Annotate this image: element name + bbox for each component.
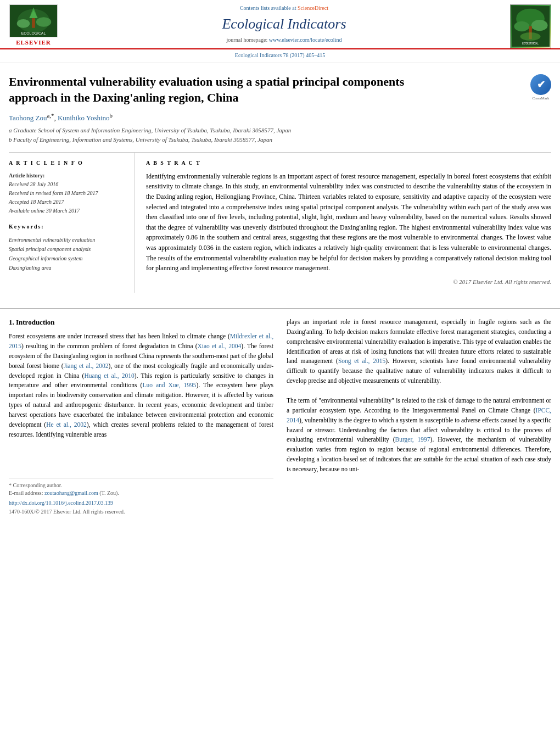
cite-he[interactable]: He et al., 2002 bbox=[46, 421, 87, 428]
copyright-line: © 2017 Elsevier Ltd. All rights reserved… bbox=[146, 278, 551, 286]
cite-ipcc[interactable]: IPCC, 2014 bbox=[287, 407, 551, 423]
footnote-section: * Corresponding author. E-mail address: … bbox=[9, 478, 273, 497]
crossmark-icon: ✔ bbox=[530, 74, 551, 95]
article-history: Article history: Received 28 July 2016 R… bbox=[9, 171, 126, 215]
cite-jiang[interactable]: Jiang et al., 2002 bbox=[64, 362, 109, 369]
affiliations: a Graduate School of System and Informat… bbox=[9, 126, 551, 144]
authors-line: Taohong Zoua,*, Kunihiko Yoshinob bbox=[9, 111, 551, 124]
svg-text:ECOLOGICAL: ECOLOGICAL bbox=[21, 31, 46, 35]
keyword-2: Spatial principal component analysis bbox=[9, 244, 126, 254]
svg-point-5 bbox=[17, 19, 30, 28]
elsevier-logo-image: ECOLOGICAL bbox=[9, 4, 58, 37]
svg-point-10 bbox=[514, 21, 529, 32]
author-zou[interactable]: Taohong Zou bbox=[9, 114, 47, 122]
cite-luo[interactable]: Luo and Xue, 1995 bbox=[142, 382, 196, 388]
contents-available: Contents lists available at ScienceDirec… bbox=[240, 4, 328, 12]
keywords-section: Keywords: Environmental vulnerability ev… bbox=[9, 223, 126, 272]
volume-info: Ecological Indicators 78 (2017) 405–415 bbox=[0, 49, 560, 63]
abstract-text: Identifying environmentally vulnerable r… bbox=[146, 171, 551, 274]
affiliation-a: a Graduate School of System and Informat… bbox=[9, 126, 551, 135]
journal-cover-image: ECOLOGICAL INDICATORS bbox=[510, 4, 551, 48]
abstract-section: A B S T R A C T Identifying environmenta… bbox=[135, 153, 551, 293]
issn-line: 1470-160X/© 2017 Elsevier Ltd. All right… bbox=[9, 508, 273, 516]
intro-paragraph-1: Forest ecosystems are under increased st… bbox=[9, 332, 273, 439]
journal-header: ECOLOGICAL ELSEVIER Contents lists avail… bbox=[0, 0, 560, 49]
journal-homepage: journal homepage: www.elsevier.com/locat… bbox=[227, 36, 342, 44]
crossmark-logo: ✔ CrossMark bbox=[530, 74, 551, 95]
keyword-1: Environmental vulnerability evaluation bbox=[9, 235, 126, 244]
article-header: Environmental vulnerability evaluation u… bbox=[0, 63, 560, 298]
affiliation-b: b Faculty of Engineering, Information an… bbox=[9, 136, 551, 144]
svg-point-13 bbox=[520, 32, 541, 41]
elsevier-wordmark: ELSEVIER bbox=[16, 38, 51, 47]
body-right-column: plays an important role in forest resour… bbox=[287, 317, 551, 516]
svg-point-11 bbox=[531, 20, 548, 31]
article-info-left: A R T I C L E I N F O Article history: R… bbox=[9, 153, 135, 293]
doi-link[interactable]: http://dx.doi.org/10.1016/j.ecolind.2017… bbox=[9, 500, 113, 506]
intro-paragraph-2: plays an important role in forest resour… bbox=[287, 317, 551, 386]
abstract-heading: A B S T R A C T bbox=[146, 159, 551, 167]
author-yoshino[interactable]: Kunihiko Yoshino bbox=[58, 114, 110, 122]
article-title: Environmental vulnerability evaluation u… bbox=[9, 74, 421, 105]
cite-burger[interactable]: Burger, 1997 bbox=[395, 436, 430, 443]
svg-rect-4 bbox=[32, 18, 35, 28]
cite-huang[interactable]: Huang et al., 2010 bbox=[84, 372, 134, 379]
intro-heading: 1. Introduction bbox=[9, 317, 273, 327]
elsevier-logo: ECOLOGICAL ELSEVIER bbox=[9, 4, 58, 47]
journal-url[interactable]: www.elsevier.com/locate/ecolind bbox=[269, 37, 342, 43]
corresponding-author-note: * Corresponding author. bbox=[9, 482, 273, 489]
journal-title: Ecological Indicators bbox=[222, 14, 346, 34]
body-left-column: 1. Introduction Forest ecosystems are un… bbox=[9, 317, 273, 516]
cite-song[interactable]: Song et al., 2015 bbox=[338, 358, 385, 364]
intro-paragraph-3: The term of "environmental vulnerability… bbox=[287, 396, 551, 475]
svg-text:INDICATORS: INDICATORS bbox=[524, 42, 537, 44]
svg-point-6 bbox=[36, 17, 51, 27]
body-columns: 1. Introduction Forest ecosystems are un… bbox=[0, 309, 560, 521]
journal-center: Contents lists available at ScienceDirec… bbox=[64, 4, 505, 48]
keyword-4: Daxing'anling area bbox=[9, 263, 126, 272]
email-link[interactable]: zoutaohang@gmail.com bbox=[44, 490, 98, 496]
keyword-3: Geographical information system bbox=[9, 254, 126, 263]
keywords-heading: Keywords: bbox=[9, 223, 126, 231]
sciencedirect-link[interactable]: ScienceDirect bbox=[298, 5, 328, 11]
cite-xiao[interactable]: Xiao et al., 2004 bbox=[197, 343, 241, 349]
doi-line: http://dx.doi.org/10.1016/j.ecolind.2017… bbox=[9, 499, 273, 507]
article-info-grid: A R T I C L E I N F O Article history: R… bbox=[9, 152, 551, 293]
email-line: E-mail address: zoutaohang@gmail.com (T.… bbox=[9, 489, 273, 497]
article-info-heading: A R T I C L E I N F O bbox=[9, 159, 126, 167]
